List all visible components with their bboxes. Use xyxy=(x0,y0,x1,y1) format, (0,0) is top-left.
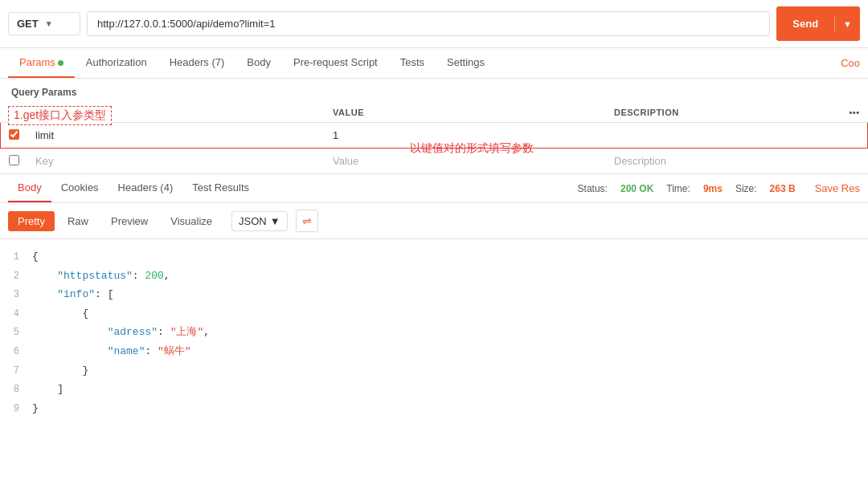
time-value: 9ms xyxy=(703,183,723,194)
code-line-3: 3 "info": [ xyxy=(0,285,868,304)
wrap-button[interactable]: ⇌ xyxy=(296,210,318,232)
col-value: VALUE xyxy=(325,103,606,123)
response-status-info: Status: 200 OK Time: 9ms Size: 263 B Sav… xyxy=(578,182,860,194)
code-line-7: 7 } xyxy=(0,361,868,381)
query-params-label: Query Params xyxy=(0,79,868,103)
desc-input[interactable] xyxy=(614,126,828,145)
view-pretty-button[interactable]: Pretty xyxy=(8,211,55,231)
tab-cookies-right[interactable]: Coo xyxy=(829,49,860,77)
send-button-group: Send ▼ xyxy=(776,6,860,41)
format-label: JSON xyxy=(239,215,267,227)
time-label: Time: xyxy=(666,183,690,194)
code-line-2: 2 "httpstatus": 200, xyxy=(0,267,868,286)
params-dot xyxy=(58,60,63,66)
params-table: KEY VALUE DESCRIPTION ••• xyxy=(0,103,868,173)
size-value: 263 B xyxy=(770,183,796,194)
save-response-button[interactable]: Save Res xyxy=(809,182,860,194)
value-input[interactable] xyxy=(333,152,598,170)
status-label: Status: xyxy=(578,183,608,194)
key-input[interactable] xyxy=(35,126,317,145)
code-line-5: 5 "adress": "上海", xyxy=(0,323,868,342)
code-line-4: 4 { xyxy=(0,304,868,324)
url-input[interactable] xyxy=(87,11,770,36)
response-format-toolbar: Pretty Raw Preview Visualize JSON ▼ ⇌ xyxy=(0,203,868,239)
row-checkbox[interactable] xyxy=(9,129,19,140)
desc-input[interactable] xyxy=(614,152,828,170)
view-preview-button[interactable]: Preview xyxy=(101,211,158,231)
tab-params[interactable]: Params xyxy=(8,48,75,78)
row-checkbox-cell xyxy=(1,123,28,149)
row-desc-cell xyxy=(606,123,836,149)
col-key: KEY xyxy=(27,103,325,123)
response-tabs: Body Cookies Headers (4) Test Results St… xyxy=(0,174,868,203)
row-checkbox[interactable] xyxy=(9,155,19,165)
table-row xyxy=(1,149,868,174)
row-actions-cell xyxy=(836,149,868,174)
row-key-cell xyxy=(27,123,325,149)
code-line-8: 8 ] xyxy=(0,380,868,399)
bottom-tab-body[interactable]: Body xyxy=(8,174,51,202)
code-line-6: 6 "name": "蜗牛" xyxy=(0,342,868,361)
send-dropdown-button[interactable]: ▼ xyxy=(835,14,860,35)
tab-tests[interactable]: Tests xyxy=(389,48,436,78)
tab-body[interactable]: Body xyxy=(235,48,282,78)
request-tabs: Params Authorization Headers (7) Body Pr… xyxy=(0,48,868,79)
tab-settings[interactable]: Settings xyxy=(436,48,496,78)
size-label: Size: xyxy=(735,183,757,194)
row-checkbox-cell xyxy=(1,149,28,174)
tab-pre-request-script[interactable]: Pre-request Script xyxy=(282,48,389,78)
chevron-down-icon: ▼ xyxy=(45,19,53,28)
response-body: 1 { 2 "httpstatus": 200, 3 "info": [ 4 {… xyxy=(0,239,868,416)
code-line-9: 9 } xyxy=(0,399,868,416)
response-section: Body Cookies Headers (4) Test Results St… xyxy=(0,174,868,416)
method-selector[interactable]: GET ▼ xyxy=(8,12,80,35)
top-toolbar: GET ▼ Send ▼ xyxy=(0,0,868,48)
send-button[interactable]: Send xyxy=(776,12,834,35)
row-desc-cell xyxy=(606,149,836,174)
wrap-icon: ⇌ xyxy=(302,214,312,227)
row-value-cell xyxy=(325,149,606,174)
row-value-cell xyxy=(325,123,606,149)
value-input[interactable] xyxy=(333,126,598,145)
col-checkbox xyxy=(1,103,28,123)
tab-authorization[interactable]: Authorization xyxy=(75,48,158,78)
row-actions-cell xyxy=(836,123,868,149)
col-more: ••• xyxy=(836,103,868,123)
view-raw-button[interactable]: Raw xyxy=(58,211,98,231)
method-text: GET xyxy=(17,18,39,30)
key-input[interactable] xyxy=(35,152,317,170)
status-value: 200 OK xyxy=(620,183,653,194)
bottom-tab-test-results[interactable]: Test Results xyxy=(182,174,259,202)
format-selector[interactable]: JSON ▼ xyxy=(231,211,288,231)
request-section: 1.get接口入参类型 Params Authorization Headers… xyxy=(0,48,868,173)
row-key-cell xyxy=(27,149,325,174)
bottom-tab-headers[interactable]: Headers (4) xyxy=(108,174,183,202)
tab-headers[interactable]: Headers (7) xyxy=(158,48,236,78)
code-line-1: 1 { xyxy=(0,247,868,267)
format-chevron-icon: ▼ xyxy=(270,215,280,227)
table-row xyxy=(1,123,868,149)
bottom-tab-cookies[interactable]: Cookies xyxy=(51,174,108,202)
view-visualize-button[interactable]: Visualize xyxy=(161,211,222,231)
col-description: DESCRIPTION xyxy=(606,103,836,123)
